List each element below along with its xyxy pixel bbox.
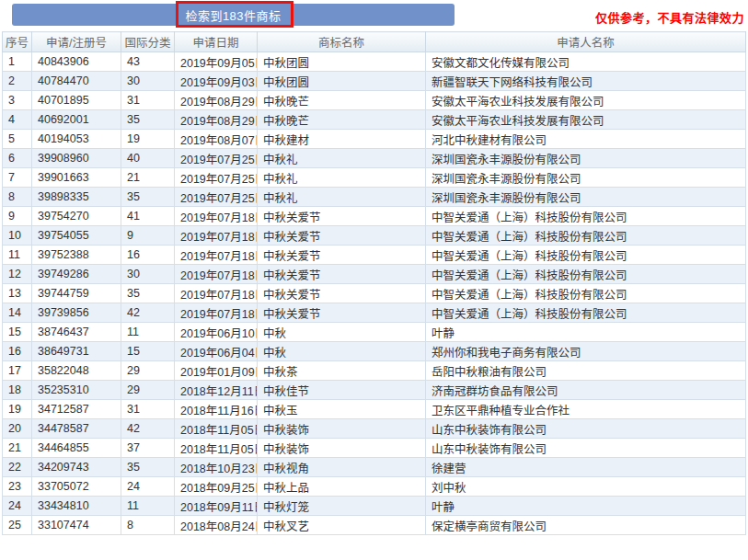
cell-mark-name[interactable]: 中秋建材 (258, 130, 426, 149)
cell-mark-name[interactable]: 中秋关爱节 (258, 246, 426, 265)
cell-app-number[interactable]: 35235310 (32, 381, 121, 400)
cell-class: 40 (121, 149, 175, 168)
cell-mark-name[interactable]: 中秋茶 (258, 361, 426, 381)
cell-date: 2019年09月05日 (175, 52, 258, 72)
cell-app-number[interactable]: 40701895 (32, 91, 121, 110)
cell-index: 13 (3, 284, 32, 303)
cell-applicant: 卫东区平鼎种植专业合作社 (426, 400, 746, 419)
cell-mark-name[interactable]: 中秋叉艺 (258, 516, 426, 535)
cell-index: 15 (3, 323, 32, 342)
table-row: 1735822048292019年01月09日中秋茶岳阳中秋粮油有限公司 (3, 361, 746, 381)
cell-class: 30 (121, 265, 175, 284)
cell-applicant: 河北中秋建材有限公司 (426, 130, 746, 149)
table-row: 440692001352019年08月29日中秋晚芒安徽太平海农业科技发展有限公… (3, 110, 746, 130)
cell-class: 9 (121, 226, 175, 246)
cell-index: 3 (3, 91, 32, 110)
cell-mark-name[interactable]: 中秋 (258, 323, 426, 342)
cell-app-number[interactable]: 33705072 (32, 477, 121, 497)
column-header-app-number: 申请/注册号 (32, 32, 121, 52)
cell-class: 24 (121, 477, 175, 497)
cell-app-number[interactable]: 39739856 (32, 303, 121, 323)
cell-date: 2019年08月07日 (175, 130, 258, 149)
cell-mark-name[interactable]: 中秋上品 (258, 477, 426, 497)
cell-date: 2019年07月18日 (175, 207, 258, 226)
cell-app-number[interactable]: 34712587 (32, 400, 121, 419)
cell-mark-name[interactable]: 中秋灯笼 (258, 497, 426, 516)
table-row: 1934712587312018年11月16日中秋玉卫东区平鼎种植专业合作社 (3, 400, 746, 419)
cell-app-number[interactable]: 40843906 (32, 52, 121, 72)
cell-mark-name[interactable]: 中秋关爱节 (258, 265, 426, 284)
cell-applicant: 刘中秋 (426, 477, 746, 497)
cell-app-number[interactable]: 33434810 (32, 497, 121, 516)
cell-app-number[interactable]: 39744759 (32, 284, 121, 303)
cell-index: 4 (3, 110, 32, 130)
cell-index: 12 (3, 265, 32, 284)
cell-date: 2019年07月25日 (175, 149, 258, 168)
cell-app-number[interactable]: 35822048 (32, 361, 121, 381)
cell-mark-name[interactable]: 中秋装饰 (258, 419, 426, 439)
cell-app-number[interactable]: 34464855 (32, 439, 121, 458)
cell-date: 2019年07月18日 (175, 303, 258, 323)
cell-class: 21 (121, 168, 175, 188)
cell-mark-name[interactable]: 中秋晚芒 (258, 91, 426, 110)
cell-class: 16 (121, 246, 175, 265)
table-row: 739901663212019年07月25日中秋礼深圳国瓷永丰源股份有限公司 (3, 168, 746, 188)
cell-app-number[interactable]: 38649731 (32, 342, 121, 361)
cell-app-number[interactable]: 34478587 (32, 419, 121, 439)
cell-mark-name[interactable]: 中秋视角 (258, 458, 426, 477)
cell-mark-name[interactable]: 中秋礼 (258, 168, 426, 188)
cell-app-number[interactable]: 34209743 (32, 458, 121, 477)
cell-mark-name[interactable]: 中秋礼 (258, 149, 426, 168)
cell-app-number[interactable]: 39752388 (32, 246, 121, 265)
cell-mark-name[interactable]: 中秋佳节 (258, 381, 426, 400)
cell-class: 43 (121, 52, 175, 72)
cell-class: 31 (121, 91, 175, 110)
cell-mark-name[interactable]: 中秋关爱节 (258, 226, 426, 246)
cell-app-number[interactable]: 39898335 (32, 188, 121, 207)
cell-mark-name[interactable]: 中秋晚芒 (258, 110, 426, 130)
table-row: 103975405592019年07月18日中秋关爱节中智关爱通（上海）科技股份… (3, 226, 746, 246)
cell-class: 42 (121, 419, 175, 439)
cell-class: 11 (121, 497, 175, 516)
cell-mark-name[interactable]: 中秋装饰 (258, 439, 426, 458)
cell-app-number[interactable]: 40194053 (32, 130, 121, 149)
cell-applicant: 安徽太平海农业科技发展有限公司 (426, 91, 746, 110)
cell-mark-name[interactable]: 中秋 (258, 342, 426, 361)
column-header-applicant: 申请人名称 (426, 32, 746, 52)
cell-mark-name[interactable]: 中秋关爱节 (258, 284, 426, 303)
cell-index: 23 (3, 477, 32, 497)
cell-class: 19 (121, 130, 175, 149)
cell-app-number[interactable]: 33107474 (32, 516, 121, 535)
cell-app-number[interactable]: 39754270 (32, 207, 121, 226)
cell-mark-name[interactable]: 中秋团圆 (258, 52, 426, 72)
cell-app-number[interactable]: 40692001 (32, 110, 121, 130)
cell-app-number[interactable]: 39901663 (32, 168, 121, 188)
cell-index: 22 (3, 458, 32, 477)
cell-applicant: 中智关爱通（上海）科技股份有限公司 (426, 246, 746, 265)
cell-mark-name[interactable]: 中秋玉 (258, 400, 426, 419)
cell-mark-name[interactable]: 中秋关爱节 (258, 303, 426, 323)
cell-index: 6 (3, 149, 32, 168)
cell-class: 35 (121, 188, 175, 207)
cell-app-number[interactable]: 39749286 (32, 265, 121, 284)
cell-index: 20 (3, 419, 32, 439)
cell-applicant: 徐建营 (426, 458, 746, 477)
cell-app-number[interactable]: 38746437 (32, 323, 121, 342)
cell-app-number[interactable]: 39754055 (32, 226, 121, 246)
cell-app-number[interactable]: 39908960 (32, 149, 121, 168)
cell-class: 29 (121, 381, 175, 400)
cell-mark-name[interactable]: 中秋团圆 (258, 72, 426, 91)
cell-index: 2 (3, 72, 32, 91)
table-row: 2433434810112018年09月11日中秋灯笼叶静 (3, 497, 746, 516)
cell-applicant: 保定横亭商贸有限公司 (426, 516, 746, 535)
table-row: 639908960402019年07月25日中秋礼深圳国瓷永丰源股份有限公司 (3, 149, 746, 168)
cell-applicant: 中智关爱通（上海）科技股份有限公司 (426, 303, 746, 323)
cell-mark-name[interactable]: 中秋礼 (258, 188, 426, 207)
cell-applicant: 深圳国瓷永丰源股份有限公司 (426, 168, 746, 188)
cell-date: 2019年09月03日 (175, 72, 258, 91)
cell-app-number[interactable]: 40784470 (32, 72, 121, 91)
search-result-count-banner[interactable]: 检索到183件商标 (12, 4, 455, 26)
cell-class: 37 (121, 439, 175, 458)
cell-applicant: 济南冠群坊食品有限公司 (426, 381, 746, 400)
cell-mark-name[interactable]: 中秋关爱节 (258, 207, 426, 226)
